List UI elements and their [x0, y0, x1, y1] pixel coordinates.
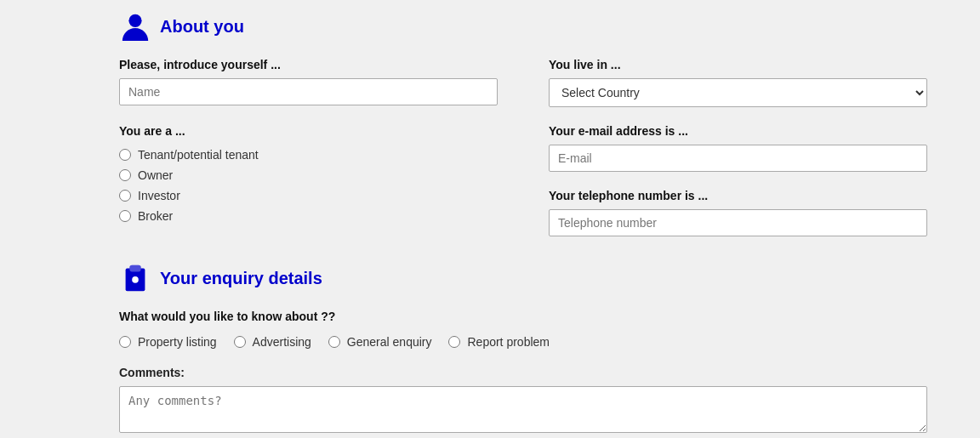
about-you-title: About you — [160, 17, 244, 37]
telephone-label: Your telephone number is ... — [549, 189, 927, 202]
comments-section: Comments: — [119, 366, 927, 435]
radio-broker[interactable]: Broker — [119, 209, 498, 223]
enquiry-radio-group: Property listing Advertising General enq… — [119, 335, 927, 349]
introduce-group: Please, introduce yourself ... — [119, 58, 498, 105]
live-in-label: You live in ... — [549, 58, 927, 71]
radio-report-problem[interactable]: Report problem — [448, 335, 550, 349]
country-group: You live in ... Select Country United St… — [549, 58, 927, 107]
right-column: You live in ... Select Country United St… — [549, 58, 927, 236]
radio-tenant[interactable]: Tenant/potential tenant — [119, 148, 498, 162]
comments-label: Comments: — [119, 366, 927, 379]
radio-advertising-label: Advertising — [253, 335, 311, 349]
telephone-input[interactable] — [549, 209, 927, 236]
svg-point-0 — [128, 14, 141, 27]
radio-report-label: Report problem — [467, 335, 550, 349]
radio-tenant-input[interactable] — [119, 149, 131, 161]
enquiry-section: ? Your enquiry details What would you li… — [119, 262, 927, 435]
radio-tenant-label: Tenant/potential tenant — [138, 148, 259, 162]
radio-owner-input[interactable] — [119, 169, 131, 181]
radio-general-enquiry[interactable]: General enquiry — [328, 335, 432, 349]
enquiry-title: Your enquiry details — [160, 269, 322, 288]
radio-investor-label: Investor — [138, 189, 180, 202]
radio-owner[interactable]: Owner — [119, 168, 498, 182]
you-are-group: You are a ... Tenant/potential tenant Ow… — [119, 124, 498, 223]
clipboard-icon: ? — [119, 262, 151, 294]
email-group: Your e-mail address is ... — [549, 124, 927, 172]
introduce-label: Please, introduce yourself ... — [119, 58, 498, 71]
email-label: Your e-mail address is ... — [549, 124, 927, 138]
radio-general-input[interactable] — [328, 336, 340, 348]
email-input[interactable] — [549, 145, 927, 172]
user-type-radio-group: Tenant/potential tenant Owner Investor B… — [119, 148, 498, 223]
radio-owner-label: Owner — [138, 168, 173, 182]
enquiry-question-label: What would you like to know about ?? — [119, 310, 927, 323]
radio-broker-label: Broker — [138, 209, 173, 223]
radio-advertising-input[interactable] — [234, 336, 246, 348]
radio-general-label: General enquiry — [347, 335, 432, 349]
radio-broker-input[interactable] — [119, 210, 131, 222]
radio-property-input[interactable] — [119, 336, 131, 348]
comments-textarea[interactable] — [119, 386, 927, 433]
person-icon — [119, 10, 151, 43]
radio-property-listing[interactable]: Property listing — [119, 335, 217, 349]
telephone-group: Your telephone number is ... — [549, 189, 927, 236]
radio-report-input[interactable] — [448, 336, 460, 348]
radio-investor-input[interactable] — [119, 190, 131, 202]
enquiry-header: ? Your enquiry details — [119, 262, 927, 294]
about-you-header: About you — [119, 10, 927, 43]
svg-rect-3 — [129, 265, 140, 272]
you-are-label: You are a ... — [119, 124, 498, 138]
enquiry-type-group: What would you like to know about ?? Pro… — [119, 310, 927, 349]
radio-investor[interactable]: Investor — [119, 189, 498, 202]
radio-advertising[interactable]: Advertising — [234, 335, 311, 349]
left-column: Please, introduce yourself ... You are a… — [119, 58, 498, 236]
radio-property-label: Property listing — [138, 335, 217, 349]
about-you-form: Please, introduce yourself ... You are a… — [119, 58, 927, 236]
country-select[interactable]: Select Country United States United King… — [549, 78, 927, 107]
name-input[interactable] — [119, 78, 498, 105]
svg-text:?: ? — [134, 276, 138, 284]
